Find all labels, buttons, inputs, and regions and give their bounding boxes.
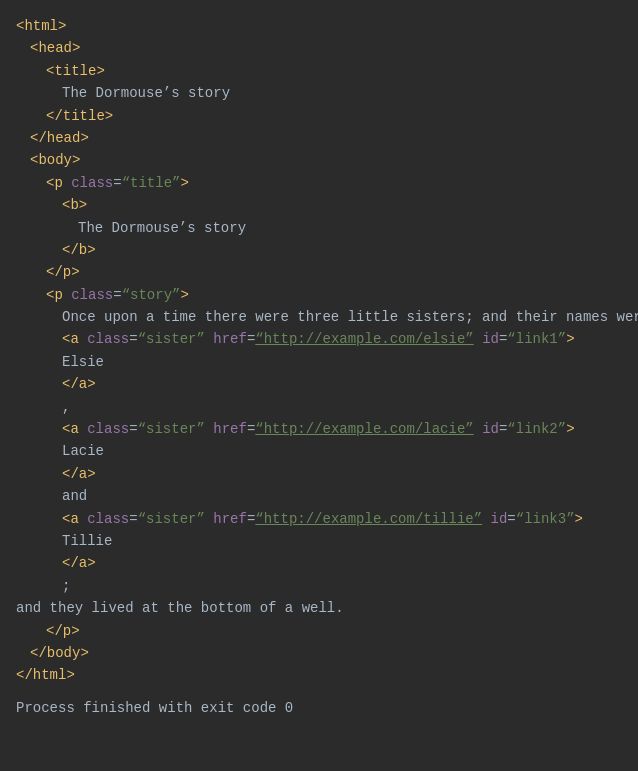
code-line: Once upon a time there were three little… [0, 306, 638, 328]
code-line: <b> [0, 194, 638, 216]
code-line: Lacie [0, 440, 638, 462]
code-line: <head> [0, 37, 638, 59]
code-line: <p class=“story”> [0, 284, 638, 306]
code-line: <title> [0, 60, 638, 82]
code-line: </head> [0, 127, 638, 149]
code-line: The Dormouse’s story [0, 82, 638, 104]
code-line: </a> [0, 552, 638, 574]
code-line: <a class=“sister” href=“http://example.c… [0, 328, 638, 350]
code-line: </title> [0, 105, 638, 127]
code-line: <a class=“sister” href=“http://example.c… [0, 418, 638, 440]
code-line: and they lived at the bottom of a well. [0, 597, 638, 619]
code-line: </a> [0, 463, 638, 485]
code-line: and [0, 485, 638, 507]
code-line: <a class=“sister” href=“http://example.c… [0, 508, 638, 530]
code-line: </p> [0, 620, 638, 642]
code-line: </b> [0, 239, 638, 261]
code-line: Tillie [0, 530, 638, 552]
code-line: ; [0, 575, 638, 597]
code-line: <p class=“title”> [0, 172, 638, 194]
code-line: Elsie [0, 351, 638, 373]
code-line: <body> [0, 149, 638, 171]
code-line: The Dormouse’s story [0, 217, 638, 239]
code-line: , [0, 396, 638, 418]
code-line: </p> [0, 261, 638, 283]
code-line: </body> [0, 642, 638, 664]
code-line: </html> [0, 664, 638, 686]
code-line: </a> [0, 373, 638, 395]
code-block: <html> <head> <title> The Dormouse’s sto… [0, 10, 638, 724]
process-output: Process finished with exit code 0 [0, 697, 638, 719]
code-line: <html> [0, 15, 638, 37]
